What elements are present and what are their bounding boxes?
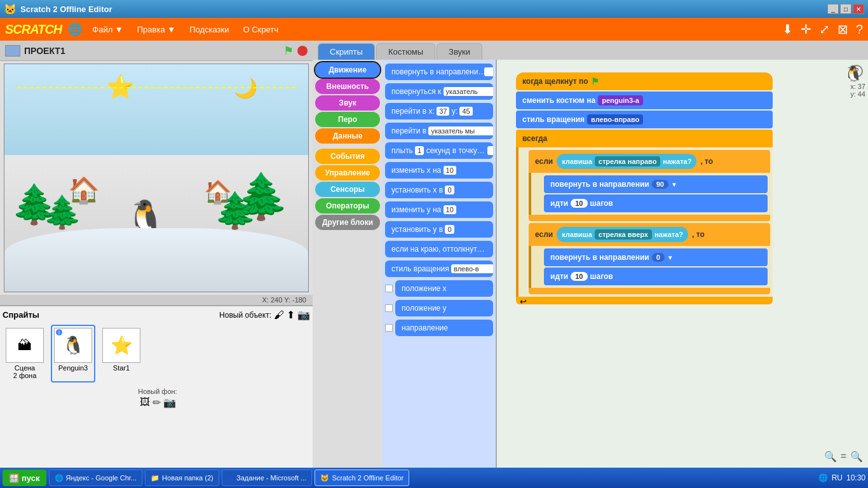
if2-turn-val[interactable]: 0 <box>652 253 665 262</box>
sprite-item-scene[interactable]: 🏔 Сцена2 фона <box>3 325 47 383</box>
sprite-label-penguin3: Penguin3 <box>58 364 88 372</box>
camera-sprite-icon[interactable]: 📷 <box>297 309 310 321</box>
block-if-2[interactable]: если клавиша стрелка вверх нажата? , то <box>529 223 770 246</box>
tab-scripts[interactable]: Скрипты <box>318 43 375 60</box>
clock-time: 10:30 <box>846 473 865 482</box>
checkbox-x[interactable] <box>385 285 393 292</box>
cat-pen[interactable]: Перо <box>315 112 380 127</box>
taskbar-item-folder[interactable]: 📁 Новая папка (2) <box>145 470 219 486</box>
sprites-title: Спрайты <box>3 310 39 320</box>
costume-value[interactable]: penguin3-a <box>598 95 643 105</box>
if1-key-val[interactable]: стрелка направо <box>595 156 661 166</box>
taskbar-item-chrome[interactable]: 🌐 Яндекс - Google Chr... <box>49 470 143 486</box>
if1-turn-val[interactable]: 90 <box>652 180 668 189</box>
upload-sprite-icon[interactable]: ⬆ <box>287 309 295 321</box>
flag-icon: ⚑ <box>591 76 599 86</box>
cat-sound[interactable]: Звук <box>315 95 380 111</box>
download-icon[interactable]: ⬇ <box>782 22 793 37</box>
block-go-to[interactable]: перейти в указатель мышки▼ <box>385 123 493 139</box>
title-bar: 🐱 Scratch 2 Offline Editor _ □ ✕ <box>0 0 868 18</box>
sensing-block-1[interactable]: клавиша стрелка направо нажата? <box>557 154 696 169</box>
taskbar-item-scratch[interactable]: 🐱 Scratch 2 Offline Editor <box>315 470 409 486</box>
green-flag-button[interactable]: ⚑ <box>283 44 294 58</box>
block-turn-0[interactable]: повернуть в направлении 0 ▼ <box>544 248 768 266</box>
rotation-value[interactable]: влево-вправо <box>587 114 643 125</box>
help-icon[interactable]: ? <box>856 22 863 37</box>
block-move-10-1[interactable]: идти 10 шагов <box>544 194 768 212</box>
menu-file[interactable]: Файл ▼ <box>88 22 126 37</box>
block-go-to-xy[interactable]: перейти в х: 37 у: 45 <box>385 103 493 119</box>
cat-sensing[interactable]: Сенсоры <box>315 182 380 197</box>
zoom-in-icon[interactable]: 🔍 <box>850 451 863 463</box>
block-when-flag[interactable]: когда щелкнут по ⚑ <box>516 72 773 90</box>
new-sprite-controls: Новый объект: 🖌 ⬆ 📷 <box>219 309 310 321</box>
block-rotation-style[interactable]: стиль вращения влево-вправо▼ <box>385 261 493 277</box>
if2-key-val[interactable]: стрелка вверх <box>595 229 652 240</box>
block-if-1[interactable]: если клавиша стрелка направо нажата? , т… <box>529 150 770 173</box>
if1-turn-arrow: ▼ <box>671 181 677 188</box>
fullscreen-icon[interactable]: ✛ <box>801 22 811 37</box>
menu-edit[interactable]: Правка ▼ <box>133 22 179 37</box>
block-switch-costume[interactable]: сменить костюм на penguin3-a <box>516 92 773 109</box>
forever-body: если клавиша стрелка направо нажата? , т… <box>516 147 773 297</box>
titlebar-controls[interactable]: _ □ ✕ <box>827 4 864 14</box>
cat-more[interactable]: Другие блоки <box>315 215 380 230</box>
if1-go-val[interactable]: 10 <box>571 199 587 208</box>
tab-sounds[interactable]: Звуки <box>437 43 482 60</box>
maximize-button[interactable]: □ <box>840 4 851 14</box>
block-point-towards[interactable]: повернуться к указатель мышки▼ <box>385 83 493 100</box>
block-set-x[interactable]: установить х в 0 <box>385 182 493 198</box>
cat-data[interactable]: Данные <box>315 128 380 144</box>
block-pos-x[interactable]: положение х <box>395 280 493 297</box>
stage-thumbnail <box>5 45 20 57</box>
upload-backdrop-icon[interactable]: ✏ <box>153 396 161 409</box>
if-bottom-1 <box>529 215 770 221</box>
block-rotation-style-script[interactable]: стиль вращения влево-вправо <box>516 111 773 128</box>
minimize-button[interactable]: _ <box>827 4 839 14</box>
if2-key-label: клавиша <box>562 231 592 238</box>
cat-looks[interactable]: Внешность <box>315 79 380 94</box>
cat-operators[interactable]: Операторы <box>315 198 380 214</box>
block-bounce[interactable]: если на краю, оттолкнуться <box>385 241 493 257</box>
taskbar-item-word[interactable]: W Задание - Microsoft ... <box>222 470 313 486</box>
close-icon[interactable]: ⊠ <box>837 22 848 37</box>
block-move-10-2[interactable]: идти 10 шагов <box>544 268 768 285</box>
sprite-item-penguin3[interactable]: i 🐧 Penguin3 <box>51 325 95 383</box>
blocks-area: Движение Внешность Звук Перо Данные Собы… <box>313 60 868 468</box>
block-glide[interactable]: плыть 1 секунд в точку х: 8 <box>385 142 493 159</box>
stop-button[interactable] <box>297 46 308 56</box>
sprites-header: Спрайты Новый объект: 🖌 ⬆ 📷 <box>3 309 310 321</box>
paint-backdrop-icon[interactable]: 🖼 <box>140 396 150 409</box>
block-forever[interactable]: всегда <box>516 130 773 147</box>
sprite-item-star1[interactable]: ⭐ Star1 <box>99 325 144 383</box>
cat-control[interactable]: Управление <box>315 165 380 180</box>
checkbox-dir[interactable] <box>385 324 393 332</box>
cat-events[interactable]: События <box>315 149 380 164</box>
checkbox-y[interactable] <box>385 304 393 312</box>
block-set-y[interactable]: установить у в 0 <box>385 221 493 238</box>
block-pos-y[interactable]: положение у <box>395 300 493 316</box>
start-button[interactable]: 🪟 пуск <box>3 470 46 486</box>
camera-backdrop-icon[interactable]: 📷 <box>163 396 176 409</box>
tab-costumes[interactable]: Костюмы <box>376 43 435 60</box>
cat-motion[interactable]: Движение <box>315 62 380 78</box>
zoom-out-icon[interactable]: 🔍 <box>824 451 837 463</box>
sensing-block-2[interactable]: клавиша стрелка вверх нажата? <box>557 227 688 242</box>
zoom-reset-icon[interactable]: = <box>841 451 846 463</box>
menu-about[interactable]: О Скретч <box>240 22 283 37</box>
block-direction[interactable]: направление <box>395 320 493 336</box>
if-body-2: повернуть в направлении 0 ▼ идти 10 шаго… <box>529 246 770 288</box>
resize-icon[interactable]: ⤢ <box>819 22 830 37</box>
paint-sprite-icon[interactable]: 🖌 <box>274 309 284 321</box>
if1-key-label: клавиша <box>562 158 592 165</box>
block-turn-90[interactable]: повернуть в направлении 90 ▼ <box>544 175 768 193</box>
block-change-x[interactable]: изменить х на 10 <box>385 162 493 179</box>
script-group-main: когда щелкнут по ⚑ сменить костюм на pen… <box>516 72 773 304</box>
block-change-y[interactable]: изменить у на 10 <box>385 201 493 218</box>
menu-tips[interactable]: Подсказки <box>186 22 233 37</box>
if2-go-val[interactable]: 10 <box>571 272 587 281</box>
script-canvas: ? 🐧 x: 37 y: 44 когда щелкнут по ⚑ <box>497 60 868 468</box>
block-turn-direction[interactable]: повернуть в направлении 90▼ <box>385 64 493 80</box>
language-button[interactable]: 🌐 <box>68 22 82 36</box>
close-button[interactable]: ✕ <box>853 4 864 14</box>
